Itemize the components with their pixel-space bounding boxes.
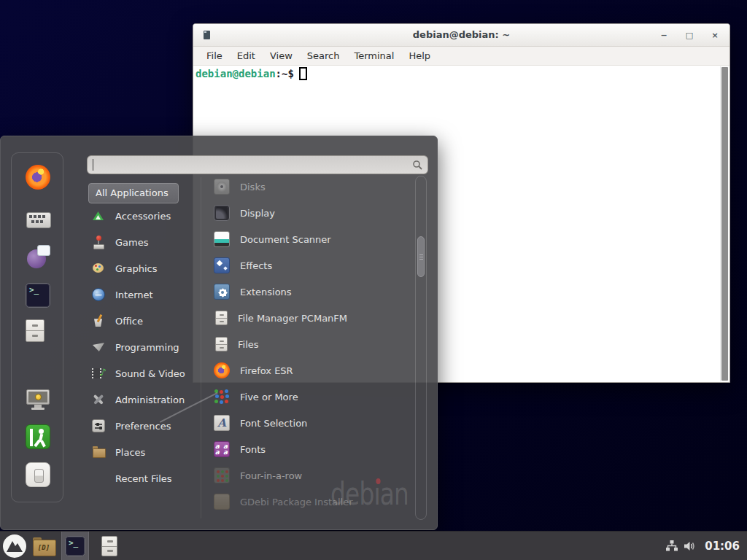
folder-icon: [D] [33,537,55,555]
prompt-user-host: debian@debian [196,68,276,79]
search-wrap [87,155,428,174]
text-caret [93,159,93,171]
menu-help[interactable]: Help [401,48,438,63]
search-icon [412,160,422,170]
category-all-applications[interactable]: All Applications [88,183,179,203]
file-manager-icon[interactable] [26,319,44,342]
menu-view[interactable]: View [263,48,300,63]
favorites-column: >_ [11,152,63,502]
category-places[interactable]: Places [88,439,198,465]
category-programming[interactable]: Programming [88,334,198,360]
app-fonts[interactable]: a a a a Fonts [208,436,415,462]
category-recent-files[interactable]: Recent Files [88,465,198,491]
volume-icon[interactable] [683,540,696,553]
terminal-icon: >_ [65,536,85,556]
file-cabinet-icon [215,337,228,351]
internet-icon [92,288,105,301]
terminal-scrollbar-thumb[interactable] [721,67,728,381]
app-font-selection[interactable]: A Font Selection [208,410,415,436]
document-scanner-icon [214,231,230,247]
distro-logo-icon [2,534,27,559]
category-graphics[interactable]: Graphics [88,255,198,281]
terminal-title: debian@debian: ~ [193,29,729,40]
office-icon [92,314,105,327]
category-sound-video[interactable]: ♪ Sound & Video [88,360,198,386]
firefox-icon [214,362,230,378]
pane-divider [201,177,201,518]
five-or-more-icon [214,389,230,405]
shut-down-icon[interactable] [26,462,50,487]
terminal-prompt: debian@debian:~$ [196,67,307,80]
font-selection-icon: A [214,415,230,431]
gdebi-icon [214,494,230,510]
sound-video-icon: ♪ [92,367,105,380]
wallpaper-debian-logo: debıan [330,476,409,512]
clock[interactable]: 01:06 [700,540,744,553]
app-extensions[interactable]: Extensions [208,279,415,305]
four-in-a-row-icon [214,467,230,483]
app-disks[interactable]: Disks [208,174,415,200]
menu-scrollbar-thumb[interactable] [417,236,425,277]
lock-screen-icon[interactable] [26,386,50,411]
terminal-cursor [299,67,307,80]
menu-file[interactable]: File [199,48,230,63]
search-input[interactable] [87,155,428,174]
desktop-folder-button[interactable]: [D] [29,532,58,560]
application-menu: >_ All Applications Accessories Games Gr… [0,136,438,530]
firefox-icon[interactable] [26,165,50,190]
terminal-glyph: >_ [29,285,39,295]
app-files[interactable]: Files [208,331,415,357]
terminal-scrollbar[interactable] [720,66,729,381]
app-document-scanner[interactable]: Document Scanner [208,226,415,252]
file-cabinet-icon [215,311,228,325]
app-display[interactable]: Display [208,200,415,226]
pidgin-icon[interactable] [26,245,50,270]
system-tray: 01:06 [665,532,747,560]
network-icon[interactable] [665,540,678,553]
terminal-icon[interactable]: >_ [26,283,50,308]
category-administration[interactable]: Administration [88,386,198,413]
menu-terminal[interactable]: Terminal [347,48,401,63]
effects-icon [214,257,230,273]
app-effects[interactable]: Effects [208,252,415,279]
debian-logo-dot [376,478,380,484]
terminal-titlebar[interactable]: debian@debian: ~ − □ × [193,24,729,47]
graphics-icon [92,262,105,275]
display-icon [214,205,230,221]
category-games[interactable]: Games [88,229,198,255]
file-cabinet-icon [101,536,117,556]
app-firefox-esr[interactable]: Firefox ESR [208,357,415,384]
category-preferences[interactable]: Preferences [88,413,198,439]
terminal-menubar: File Edit View Search Terminal Help [193,47,729,66]
menu-search[interactable]: Search [300,48,347,63]
places-icon [92,446,105,459]
app-five-or-more[interactable]: Five or More [208,384,415,410]
category-office[interactable]: Office [88,308,198,334]
category-internet[interactable]: Internet [88,281,198,308]
keyboard-layout-icon[interactable] [26,207,50,232]
window-controls: − □ × [659,24,719,47]
fonts-icon: a a a a [214,441,230,457]
taskbar-files-button[interactable] [95,532,124,560]
maximize-button[interactable]: □ [685,31,694,40]
app-file-manager-pcmanfm[interactable]: File Manager PCManFM [208,305,415,331]
menu-scrollbar[interactable] [415,176,427,520]
programming-icon [92,341,105,354]
close-button[interactable]: × [711,31,719,40]
extensions-icon [214,284,230,300]
disks-icon [214,179,230,195]
prompt-suffix: :~$ [276,68,294,79]
log-out-icon[interactable] [26,424,50,449]
administration-icon [92,393,105,406]
taskbar-terminal-button[interactable]: >_ [61,532,89,560]
menu-edit[interactable]: Edit [230,48,263,63]
taskbar: [D] >_ 01:06 [0,531,747,560]
menu-button[interactable] [0,532,29,560]
games-icon [92,236,105,249]
preferences-icon [92,419,105,432]
accessories-icon [92,209,105,222]
minimize-button[interactable]: − [659,31,668,40]
category-accessories[interactable]: Accessories [88,203,198,229]
